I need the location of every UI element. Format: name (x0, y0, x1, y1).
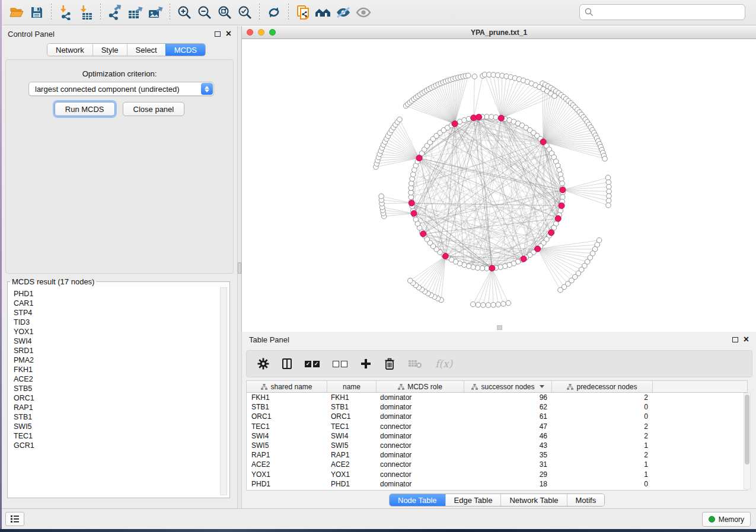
mcds-result-item[interactable]: RAP1 (14, 403, 220, 412)
mcds-result-item[interactable]: CAR1 (14, 299, 220, 308)
delete-column-icon[interactable] (384, 358, 395, 370)
maximize-window-icon[interactable] (269, 29, 276, 36)
graph-node[interactable] (506, 300, 511, 306)
mcds-result-item[interactable]: TEC1 (14, 431, 220, 441)
mcds-result-item[interactable]: ACE2 (14, 374, 220, 384)
search-field[interactable] (579, 4, 745, 20)
tab-select[interactable]: Select (127, 44, 165, 56)
mcds-result-item[interactable]: STB5 (14, 384, 220, 393)
table-row[interactable]: RAP1RAP1dominator352 (247, 450, 747, 460)
table-row[interactable]: PHD1PHD1dominator180 (247, 479, 747, 489)
graph-node[interactable] (475, 265, 480, 271)
graph-node[interactable] (501, 302, 506, 307)
hide-selected-icon[interactable] (333, 2, 353, 23)
float-window-icon[interactable] (215, 31, 221, 37)
select-all-columns-icon[interactable]: ✓✓ (305, 361, 320, 367)
save-icon[interactable] (27, 2, 47, 23)
result-list-scrollbar[interactable] (220, 287, 227, 495)
network-canvas[interactable] (242, 39, 756, 332)
table-scrollbar[interactable] (744, 393, 751, 489)
zoom-in-icon[interactable] (174, 2, 194, 23)
graph-hub-node[interactable] (452, 121, 458, 127)
graph-hub-node[interactable] (548, 230, 554, 236)
open-file-icon[interactable] (7, 2, 27, 23)
graph-hub-node[interactable] (409, 200, 414, 206)
table-row[interactable]: FKH1FKH1dominator962 (247, 393, 747, 402)
graph-node[interactable] (486, 303, 491, 308)
task-history-button[interactable] (5, 512, 24, 526)
add-column-icon[interactable] (361, 358, 371, 369)
graph-node[interactable] (496, 302, 501, 307)
mcds-result-item[interactable]: SWI5 (14, 422, 220, 431)
graph-node[interactable] (476, 302, 481, 307)
tab-network-table[interactable]: Network Table (500, 494, 566, 506)
deselect-all-columns-icon[interactable] (333, 361, 347, 367)
copy-view-icon[interactable] (293, 2, 313, 23)
mcds-result-item[interactable]: STP4 (14, 308, 220, 318)
graph-hub-node[interactable] (559, 203, 564, 209)
mcds-result-item[interactable]: GCR1 (14, 441, 220, 450)
float-window-icon[interactable] (732, 337, 738, 342)
graph-hub-node[interactable] (560, 187, 566, 193)
column-header-mcds-role[interactable]: MCDS role (377, 381, 464, 392)
graph-node[interactable] (607, 194, 612, 199)
mcds-result-item[interactable]: ORC1 (14, 393, 220, 403)
first-neighbors-icon[interactable] (313, 2, 333, 23)
mcds-result-item[interactable]: SWI4 (14, 336, 220, 346)
graph-node[interactable] (493, 115, 499, 120)
mcds-result-item[interactable]: SRD1 (14, 346, 220, 355)
zoom-fit-icon[interactable] (215, 2, 235, 23)
close-panel-button[interactable]: Close panel (123, 102, 185, 116)
column-header-shared-name[interactable]: shared name (247, 381, 327, 392)
network-graph[interactable] (242, 39, 756, 332)
graph-node[interactable] (472, 74, 477, 79)
refresh-icon[interactable] (264, 2, 284, 23)
graph-node[interactable] (559, 177, 564, 182)
graph-node[interactable] (408, 278, 413, 283)
mcds-result-item[interactable]: PMA2 (14, 355, 220, 365)
graph-node[interactable] (606, 180, 611, 185)
table-row[interactable]: SWI4SWI4dominator462 (247, 431, 747, 441)
optimization-criterion-select[interactable]: largest connected component (undirected) (28, 82, 214, 96)
graph-node[interactable] (606, 203, 611, 208)
graph-node[interactable] (465, 73, 471, 78)
graph-hub-node[interactable] (476, 114, 482, 120)
graph-node[interactable] (409, 181, 414, 186)
graph-hub-node[interactable] (535, 246, 541, 252)
tab-motifs[interactable]: Motifs (567, 494, 605, 506)
mcds-result-item[interactable]: YOX1 (14, 327, 220, 336)
graph-hub-node[interactable] (498, 115, 504, 121)
tab-edge-table[interactable]: Edge Table (445, 494, 501, 506)
tab-node-table[interactable]: Node Table (390, 494, 445, 506)
table-row[interactable]: YOX1YOX1connector291 (247, 470, 747, 479)
zoom-selected-icon[interactable] (235, 2, 255, 23)
export-image-icon[interactable] (145, 2, 165, 23)
table-scrollbar-thumb[interactable] (745, 395, 749, 464)
graph-hub-node[interactable] (420, 231, 426, 237)
graph-node[interactable] (481, 303, 486, 308)
graph-node[interactable] (558, 287, 563, 293)
tab-mcds[interactable]: MCDS (165, 44, 205, 56)
graph-hub-node[interactable] (411, 210, 417, 216)
table-row[interactable]: ACE2ACE2connector311 (247, 460, 747, 469)
close-panel-icon[interactable]: × (744, 336, 749, 342)
export-table-icon[interactable] (125, 2, 145, 23)
column-header-name[interactable]: name (327, 381, 377, 392)
network-scroll-handle[interactable] (497, 325, 502, 330)
memory-button[interactable]: Memory (702, 512, 751, 527)
export-network-icon[interactable] (105, 2, 125, 23)
graph-node[interactable] (397, 117, 403, 122)
graph-hub-node[interactable] (555, 216, 561, 222)
graph-hub-node[interactable] (540, 139, 546, 145)
column-header-predecessor-nodes[interactable]: predecessor nodes (552, 381, 653, 392)
mcds-result-list[interactable]: PHD1CAR1STP4TID3YOX1SWI4SRD1PMA2FKH1ACE2… (10, 287, 220, 495)
import-network-icon[interactable] (56, 2, 76, 23)
run-mcds-button[interactable]: Run MCDS (55, 102, 115, 116)
column-header-successor-nodes[interactable]: successor nodes (464, 381, 552, 392)
table-row[interactable]: STB1STB1dominator620 (247, 402, 747, 412)
graph-hub-node[interactable] (442, 253, 448, 259)
mcds-result-item[interactable]: FKH1 (14, 365, 220, 374)
toggle-column-view-icon[interactable] (282, 358, 292, 369)
mcds-result-item[interactable]: PHD1 (14, 289, 220, 299)
close-panel-icon[interactable]: × (226, 31, 231, 37)
